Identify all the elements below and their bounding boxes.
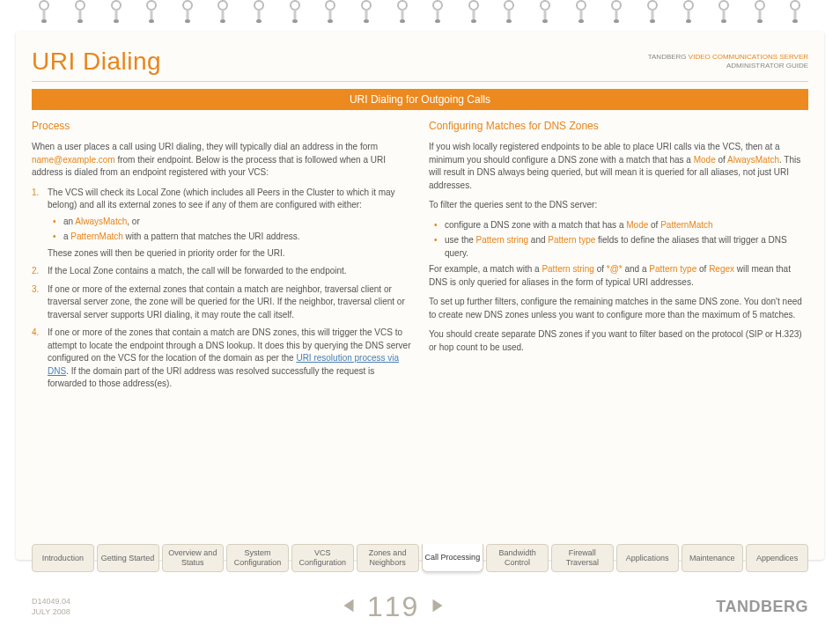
svg-point-65	[792, 19, 798, 23]
header-subtitle: ADMINISTRATOR GUIDE	[726, 62, 808, 70]
page-footer: D14049.04 JULY 2008 119 TANDBERG	[32, 591, 808, 623]
svg-rect-7	[114, 9, 117, 21]
svg-point-15	[218, 1, 227, 10]
svg-rect-58	[723, 9, 726, 21]
tab-zones-and-neighbors[interactable]: Zones and Neighbors	[357, 544, 419, 572]
document-page: URI Dialing TANDBERG VIDEO COMMUNICATION…	[16, 32, 824, 560]
svg-point-21	[291, 1, 299, 10]
svg-rect-52	[651, 9, 653, 21]
svg-point-35	[435, 19, 440, 23]
svg-point-54	[684, 1, 693, 10]
right-p5: You should create separate DNS zones if …	[429, 328, 808, 354]
binding-ring	[575, 0, 587, 25]
svg-point-59	[721, 19, 726, 23]
tab-overview-and-status[interactable]: Overview and Status	[162, 544, 225, 572]
svg-point-39	[505, 1, 513, 10]
right-column: Configuring Matches for DNS Zones If you…	[429, 119, 808, 533]
binding-ring	[217, 0, 229, 25]
svg-rect-64	[794, 9, 797, 21]
tab-bandwidth-control[interactable]: Bandwidth Control	[486, 544, 549, 572]
binding-ring	[718, 0, 730, 25]
tab-getting-started[interactable]: Getting Started	[97, 544, 159, 572]
svg-point-9	[147, 1, 156, 10]
svg-point-29	[364, 19, 369, 23]
section-banner: URI Dialing for Outgoing Calls	[32, 89, 808, 110]
svg-point-57	[719, 1, 728, 10]
binding-ring	[181, 0, 194, 25]
page-number: 119	[367, 591, 419, 623]
svg-point-17	[220, 19, 225, 23]
binding-ring	[110, 0, 122, 25]
tab-firewall-traversal[interactable]: Firewall Traversal	[551, 544, 614, 572]
svg-rect-37	[472, 9, 475, 21]
prev-page-arrow[interactable]	[339, 596, 358, 619]
svg-point-33	[433, 1, 442, 10]
step-1b: a PatternMatch with a pattern that match…	[53, 231, 411, 244]
doc-date: JULY 2008	[32, 607, 70, 618]
step-1-sublist: an AlwaysMatch, or a PatternMatch with a…	[53, 216, 411, 244]
svg-rect-43	[544, 9, 547, 21]
svg-point-62	[757, 19, 763, 23]
svg-point-47	[578, 19, 584, 23]
tab-vcs-configuration[interactable]: VCS Configuration	[291, 544, 354, 572]
right-p2: To filter the queries sent to the DNS se…	[429, 199, 808, 212]
tab-appendices[interactable]: Appendices	[746, 544, 808, 572]
left-heading: Process	[32, 119, 411, 134]
svg-point-53	[650, 19, 655, 23]
svg-point-5	[77, 19, 83, 23]
binding-ring	[396, 0, 409, 25]
header-brand: TANDBERG	[648, 53, 687, 61]
svg-rect-25	[329, 9, 332, 21]
intro-paragraph: When a user places a call using URI dial…	[32, 141, 411, 180]
svg-rect-19	[258, 9, 261, 21]
tab-maintenance[interactable]: Maintenance	[682, 544, 744, 572]
svg-point-63	[791, 1, 799, 10]
svg-point-42	[541, 1, 549, 10]
footer-brand-logo: TANDBERG	[716, 598, 808, 616]
tab-applications[interactable]: Applications	[616, 544, 679, 572]
page-header: URI Dialing TANDBERG VIDEO COMMUNICATION…	[32, 48, 808, 82]
step-2: If the Local Zone contains a match, the …	[32, 265, 411, 278]
binding-ring	[503, 0, 515, 25]
svg-rect-40	[508, 9, 511, 21]
binding-ring	[74, 0, 86, 25]
step-1a: an AlwaysMatch, or	[53, 216, 411, 229]
svg-point-14	[185, 19, 190, 23]
content-columns: Process When a user places a call using …	[32, 119, 808, 533]
tab-system-configuration[interactable]: System Configuration	[226, 544, 289, 572]
svg-rect-34	[437, 9, 439, 21]
svg-point-38	[471, 19, 476, 23]
tab-call-processing[interactable]: Call Processing	[422, 544, 484, 572]
svg-point-12	[183, 1, 192, 10]
svg-point-8	[114, 19, 119, 23]
binding-ring	[145, 0, 158, 25]
svg-point-2	[41, 19, 47, 23]
svg-point-23	[292, 19, 298, 23]
binding-ring	[646, 0, 659, 25]
binding-ring	[360, 0, 372, 25]
right-heading: Configuring Matches for DNS Zones	[429, 119, 808, 134]
svg-point-11	[149, 19, 154, 23]
tab-introduction[interactable]: Introduction	[32, 544, 94, 572]
svg-point-3	[76, 1, 85, 10]
svg-point-50	[614, 19, 619, 23]
svg-rect-1	[43, 9, 46, 21]
right-p4: To set up further filters, configure the…	[429, 296, 808, 321]
svg-rect-61	[758, 9, 761, 21]
next-page-arrow[interactable]	[428, 596, 447, 619]
svg-point-41	[506, 19, 512, 23]
step-4: If one or more of the zones that contain…	[32, 327, 411, 391]
svg-point-20	[256, 19, 262, 23]
binding-ring	[289, 0, 301, 25]
svg-point-36	[469, 1, 478, 10]
header-product: VIDEO COMMUNICATIONS SERVER	[689, 53, 808, 61]
svg-rect-13	[186, 9, 188, 21]
header-meta: TANDBERG VIDEO COMMUNICATIONS SERVER ADM…	[648, 48, 808, 71]
doc-number: D14049.04	[32, 597, 70, 607]
binding-ring	[38, 0, 50, 25]
step-1: The VCS will check its Local Zone (which…	[32, 187, 411, 261]
binding-ring	[324, 0, 336, 25]
filter-b2: use the Pattern string and Pattern type …	[434, 234, 808, 260]
svg-rect-46	[579, 9, 582, 21]
example-uri: name@example.com	[32, 155, 115, 165]
